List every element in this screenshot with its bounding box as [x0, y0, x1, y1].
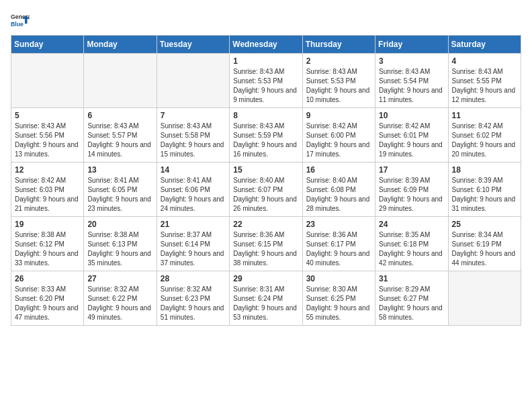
cell-content: Sunrise: 8:38 AMSunset: 6:12 PMDaylight:… — [15, 230, 80, 268]
svg-text:Blue: Blue — [11, 21, 24, 28]
calendar-cell: 28Sunrise: 8:32 AMSunset: 6:23 PMDayligh… — [157, 271, 229, 326]
day-number: 1 — [233, 56, 298, 66]
calendar-cell: 19Sunrise: 8:38 AMSunset: 6:12 PMDayligh… — [11, 217, 84, 271]
day-number: 25 — [452, 220, 517, 229]
calendar-cell: 31Sunrise: 8:29 AMSunset: 6:27 PMDayligh… — [375, 271, 448, 326]
calendar-cell: 3Sunrise: 8:43 AMSunset: 5:54 PMDaylight… — [375, 54, 448, 108]
day-number: 13 — [87, 165, 152, 175]
col-header-saturday: Saturday — [448, 36, 521, 54]
day-number: 14 — [161, 165, 226, 175]
col-header-tuesday: Tuesday — [157, 36, 229, 54]
day-number: 2 — [306, 56, 371, 66]
calendar-cell: 6Sunrise: 8:43 AMSunset: 5:57 PMDaylight… — [84, 108, 157, 163]
week-row-1: 1Sunrise: 8:43 AMSunset: 5:53 PMDaylight… — [11, 54, 521, 108]
day-number: 5 — [15, 111, 80, 120]
col-header-wednesday: Wednesday — [230, 36, 302, 54]
day-number: 6 — [87, 111, 152, 120]
cell-content: Sunrise: 8:43 AMSunset: 5:53 PMDaylight:… — [306, 67, 371, 105]
cell-content: Sunrise: 8:32 AMSunset: 6:23 PMDaylight:… — [161, 285, 226, 322]
cell-content: Sunrise: 8:43 AMSunset: 5:53 PMDaylight:… — [233, 67, 298, 105]
day-number: 16 — [306, 165, 371, 175]
calendar-cell: 2Sunrise: 8:43 AMSunset: 5:53 PMDaylight… — [302, 54, 375, 108]
calendar-cell — [11, 54, 84, 108]
cell-content: Sunrise: 8:40 AMSunset: 6:08 PMDaylight:… — [306, 176, 371, 214]
week-row-5: 26Sunrise: 8:33 AMSunset: 6:20 PMDayligh… — [11, 271, 521, 326]
cell-content: Sunrise: 8:30 AMSunset: 6:25 PMDaylight:… — [306, 285, 371, 322]
calendar-cell: 17Sunrise: 8:39 AMSunset: 6:09 PMDayligh… — [375, 163, 448, 217]
day-number: 31 — [379, 274, 444, 283]
cell-content: Sunrise: 8:42 AMSunset: 6:01 PMDaylight:… — [379, 122, 444, 159]
calendar-cell: 20Sunrise: 8:38 AMSunset: 6:13 PMDayligh… — [84, 217, 157, 271]
col-header-sunday: Sunday — [11, 36, 84, 54]
calendar-cell: 15Sunrise: 8:40 AMSunset: 6:07 PMDayligh… — [230, 163, 302, 217]
col-header-friday: Friday — [375, 36, 448, 54]
day-number: 8 — [233, 111, 298, 120]
cell-content: Sunrise: 8:41 AMSunset: 6:06 PMDaylight:… — [161, 176, 226, 214]
day-number: 19 — [15, 220, 80, 229]
day-number: 20 — [87, 220, 152, 229]
col-header-thursday: Thursday — [302, 36, 375, 54]
cell-content: Sunrise: 8:38 AMSunset: 6:13 PMDaylight:… — [87, 230, 152, 268]
cell-content: Sunrise: 8:42 AMSunset: 6:03 PMDaylight:… — [15, 176, 80, 214]
calendar-cell: 1Sunrise: 8:43 AMSunset: 5:53 PMDaylight… — [230, 54, 302, 108]
week-row-3: 12Sunrise: 8:42 AMSunset: 6:03 PMDayligh… — [11, 163, 521, 217]
calendar-cell — [448, 271, 521, 326]
cell-content: Sunrise: 8:31 AMSunset: 6:24 PMDaylight:… — [233, 285, 298, 322]
cell-content: Sunrise: 8:43 AMSunset: 5:57 PMDaylight:… — [87, 122, 152, 159]
day-number: 18 — [452, 165, 517, 175]
cell-content: Sunrise: 8:34 AMSunset: 6:19 PMDaylight:… — [452, 230, 517, 268]
cell-content: Sunrise: 8:39 AMSunset: 6:10 PMDaylight:… — [452, 176, 517, 214]
cell-content: Sunrise: 8:36 AMSunset: 6:15 PMDaylight:… — [233, 230, 298, 268]
calendar-cell — [157, 54, 229, 108]
col-header-monday: Monday — [84, 36, 157, 54]
calendar-cell: 27Sunrise: 8:32 AMSunset: 6:22 PMDayligh… — [84, 271, 157, 326]
calendar-cell: 16Sunrise: 8:40 AMSunset: 6:08 PMDayligh… — [302, 163, 375, 217]
day-number: 15 — [233, 165, 298, 175]
day-number: 7 — [161, 111, 226, 120]
day-number: 23 — [306, 220, 371, 229]
calendar-cell: 23Sunrise: 8:36 AMSunset: 6:17 PMDayligh… — [302, 217, 375, 271]
cell-content: Sunrise: 8:43 AMSunset: 5:54 PMDaylight:… — [379, 67, 444, 105]
calendar-table: SundayMondayTuesdayWednesdayThursdayFrid… — [11, 35, 521, 326]
day-number: 17 — [379, 165, 444, 175]
cell-content: Sunrise: 8:41 AMSunset: 6:05 PMDaylight:… — [87, 176, 152, 214]
calendar-cell: 13Sunrise: 8:41 AMSunset: 6:05 PMDayligh… — [84, 163, 157, 217]
calendar-cell: 29Sunrise: 8:31 AMSunset: 6:24 PMDayligh… — [230, 271, 302, 326]
day-number: 30 — [306, 274, 371, 283]
day-number: 26 — [15, 274, 80, 283]
cell-content: Sunrise: 8:35 AMSunset: 6:18 PMDaylight:… — [379, 230, 444, 268]
cell-content: Sunrise: 8:33 AMSunset: 6:20 PMDaylight:… — [15, 285, 80, 322]
cell-content: Sunrise: 8:39 AMSunset: 6:09 PMDaylight:… — [379, 176, 444, 214]
calendar-cell: 7Sunrise: 8:43 AMSunset: 5:58 PMDaylight… — [157, 108, 229, 163]
cell-content: Sunrise: 8:37 AMSunset: 6:14 PMDaylight:… — [161, 230, 226, 268]
cell-content: Sunrise: 8:43 AMSunset: 5:56 PMDaylight:… — [15, 122, 80, 159]
day-number: 22 — [233, 220, 298, 229]
calendar-cell: 10Sunrise: 8:42 AMSunset: 6:01 PMDayligh… — [375, 108, 448, 163]
calendar-cell: 9Sunrise: 8:42 AMSunset: 6:00 PMDaylight… — [302, 108, 375, 163]
cell-content: Sunrise: 8:42 AMSunset: 6:00 PMDaylight:… — [306, 122, 371, 159]
calendar-cell: 21Sunrise: 8:37 AMSunset: 6:14 PMDayligh… — [157, 217, 229, 271]
cell-content: Sunrise: 8:40 AMSunset: 6:07 PMDaylight:… — [233, 176, 298, 214]
calendar-cell: 18Sunrise: 8:39 AMSunset: 6:10 PMDayligh… — [448, 163, 521, 217]
calendar-cell: 22Sunrise: 8:36 AMSunset: 6:15 PMDayligh… — [230, 217, 302, 271]
cell-content: Sunrise: 8:43 AMSunset: 5:58 PMDaylight:… — [161, 122, 226, 159]
cell-content: Sunrise: 8:32 AMSunset: 6:22 PMDaylight:… — [87, 285, 152, 322]
cell-content: Sunrise: 8:42 AMSunset: 6:02 PMDaylight:… — [452, 122, 517, 159]
cell-content: Sunrise: 8:29 AMSunset: 6:27 PMDaylight:… — [379, 285, 444, 322]
header-row: SundayMondayTuesdayWednesdayThursdayFrid… — [11, 36, 521, 54]
calendar-cell: 11Sunrise: 8:42 AMSunset: 6:02 PMDayligh… — [448, 108, 521, 163]
calendar-cell: 24Sunrise: 8:35 AMSunset: 6:18 PMDayligh… — [375, 217, 448, 271]
week-row-2: 5Sunrise: 8:43 AMSunset: 5:56 PMDaylight… — [11, 108, 521, 163]
logo-icon: General Blue — [11, 11, 30, 30]
logo: General Blue — [11, 11, 32, 30]
calendar-cell: 8Sunrise: 8:43 AMSunset: 5:59 PMDaylight… — [230, 108, 302, 163]
day-number: 12 — [15, 165, 80, 175]
calendar-cell: 30Sunrise: 8:30 AMSunset: 6:25 PMDayligh… — [302, 271, 375, 326]
calendar-cell: 12Sunrise: 8:42 AMSunset: 6:03 PMDayligh… — [11, 163, 84, 217]
day-number: 10 — [379, 111, 444, 120]
day-number: 27 — [87, 274, 152, 283]
calendar-cell: 25Sunrise: 8:34 AMSunset: 6:19 PMDayligh… — [448, 217, 521, 271]
calendar-cell: 5Sunrise: 8:43 AMSunset: 5:56 PMDaylight… — [11, 108, 84, 163]
day-number: 4 — [452, 56, 517, 66]
day-number: 24 — [379, 220, 444, 229]
